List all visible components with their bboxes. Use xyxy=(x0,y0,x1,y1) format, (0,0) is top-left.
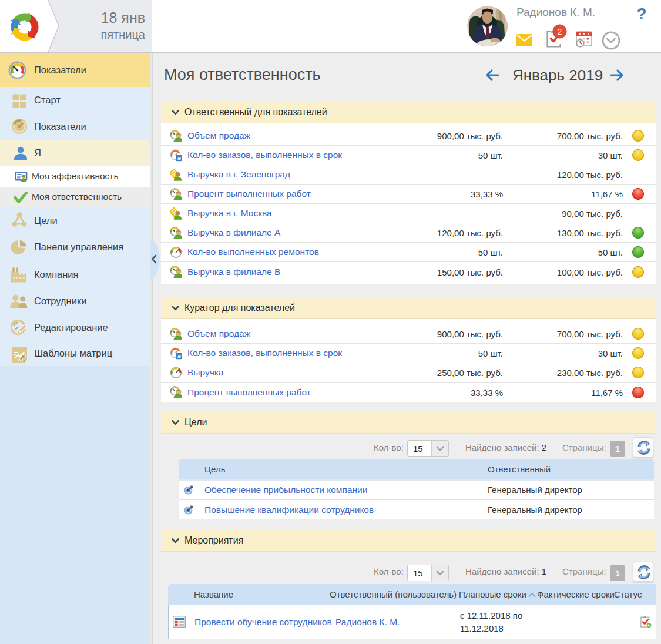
svg-text:2: 2 xyxy=(558,27,562,36)
